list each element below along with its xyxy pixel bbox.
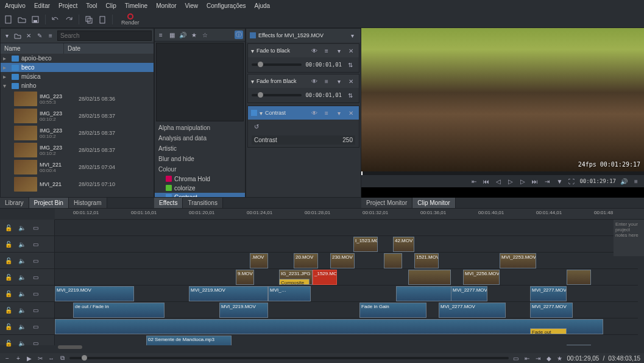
sb-out-icon[interactable]: ⇥	[534, 354, 542, 362]
fx-category[interactable]: Analysis and data	[155, 133, 245, 143]
timeline-clip[interactable]: MVI_2277.MOV	[530, 303, 573, 318]
menu-icon[interactable]: ≡	[322, 108, 331, 118]
stepper-icon[interactable]: ⇅	[345, 90, 355, 100]
effects-list[interactable]: Alpha manipulation Analysis and data Art…	[155, 123, 245, 198]
goto-start-icon[interactable]: ⇤	[470, 177, 478, 185]
frame-fwd-icon[interactable]: ▷	[518, 177, 527, 185]
menu-ajuda[interactable]: Ajuda	[255, 2, 271, 9]
timeline-ruler[interactable]: 00:01:12,0100:01:16,0100:01:20,0100:01:2…	[55, 209, 644, 220]
track-header[interactable]: 🔓🔈▭	[0, 335, 54, 350]
open-icon[interactable]	[17, 15, 27, 24]
add-clip-icon[interactable]: ▾	[2, 32, 11, 40]
timeline-clip[interactable]	[408, 270, 451, 285]
folder-item[interactable]: ▸apoio-beco	[1, 54, 154, 63]
menu-icon[interactable]: ≡	[322, 46, 331, 56]
lock-icon[interactable]: 🔓	[4, 338, 13, 348]
tracks-area[interactable]: I_1523.MOV42.MOV.MOV20.MOV230.MOV1521.MO…	[55, 220, 638, 345]
track[interactable]: .MOV20.MOV230.MOV1521.MOVMVI_2253.MOV	[55, 253, 638, 269]
tab-effects[interactable]: Effects	[154, 198, 183, 208]
fx-stack-menu-icon[interactable]: ▾	[347, 31, 357, 40]
mute-icon[interactable]: 🔈	[17, 239, 27, 249]
sb-track-minus-icon[interactable]: −	[4, 354, 11, 362]
tab-transitions[interactable]: Transitions	[183, 198, 223, 208]
menu-clip[interactable]: Clip	[106, 2, 116, 9]
sb-track-plus-icon[interactable]: +	[15, 354, 22, 362]
sb-play-icon[interactable]: ▶	[26, 354, 33, 362]
marker-icon[interactable]: ▼	[555, 177, 564, 185]
tab-project-monitor[interactable]: Project Monitor	[361, 198, 412, 208]
timeline-clip[interactable]: MVI_2256.MOV	[463, 270, 500, 285]
chevron-down-icon[interactable]: ▾	[334, 46, 344, 56]
close-icon[interactable]: ✕	[346, 108, 356, 118]
track[interactable]: 02 Semente de Mandioca.mp3Gain	[55, 335, 638, 345]
tab-histogram[interactable]: Histogram	[69, 198, 107, 208]
timeline-clip[interactable]: Fade in Gain	[359, 303, 426, 318]
timeline-clip[interactable]: MVI_2277.MOV	[530, 286, 567, 301]
sb-marker-icon[interactable]: ◆	[545, 354, 553, 362]
timeline-clip[interactable]: de out / Fade in	[73, 303, 165, 318]
play-icon[interactable]: ▷	[506, 177, 515, 185]
effect-slider[interactable]	[252, 63, 302, 66]
track[interactable]: 9.MOVIG_2231.JPG_1529.MOVMVI_2256.MOVCom…	[55, 269, 638, 286]
eye-icon[interactable]: 👁	[310, 46, 319, 56]
timeline-clip[interactable]	[55, 319, 603, 334]
bin-tree[interactable]: ▸apoio-beco ▸beco ▸música ▾ninho IMG_223…	[1, 54, 154, 197]
chevron-down-icon[interactable]: ▾	[334, 76, 344, 86]
chevron-down-icon[interactable]: ▾	[334, 108, 344, 118]
eye-icon[interactable]: 👁	[310, 108, 319, 118]
lock-icon[interactable]: 🔓	[4, 305, 13, 315]
fx-custom-icon[interactable]: ☆	[200, 31, 209, 39]
lock-icon[interactable]: 🔓	[4, 289, 13, 298]
timeline-clip[interactable]: MVI_2219.MOV	[189, 286, 268, 301]
track-header[interactable]: 🔓🔈▭	[0, 236, 54, 253]
timeline-clip[interactable]: 42.MOV	[393, 237, 414, 252]
timeline-clip[interactable]: I_1523.MOV	[353, 237, 378, 252]
lock-icon[interactable]: 🔓	[4, 256, 13, 265]
tab-project-bin[interactable]: Project Bin	[29, 198, 69, 208]
menu-arquivo[interactable]: Arquivo	[5, 2, 26, 9]
effect-tc[interactable]: 00:00:01,01	[305, 62, 342, 68]
sb-fit-icon[interactable]: ▭	[512, 354, 520, 362]
timeline-clip[interactable]: Gain	[567, 345, 591, 345]
forward-icon[interactable]: ⏭	[531, 177, 539, 185]
effect-header[interactable]: ▾Fade from Black👁≡▾✕	[248, 74, 359, 88]
timeline-scrollbar[interactable]	[58, 345, 82, 349]
mute-icon[interactable]: 🔈	[17, 223, 27, 232]
volume-icon[interactable]: 🔊	[620, 177, 628, 185]
effect-item[interactable]: colorize	[155, 184, 245, 193]
timeline-clip[interactable]: MVI_2219.MOV	[219, 303, 268, 318]
col-date[interactable]: Date	[64, 43, 154, 54]
timeline-clip[interactable]: MVI_2277.MOV	[451, 286, 487, 301]
transition-clip[interactable]: Composite	[279, 279, 310, 285]
hide-icon[interactable]: ▭	[30, 305, 40, 315]
track[interactable]	[55, 220, 638, 236]
track-header[interactable]: 🔓🔈▭	[0, 318, 54, 335]
menu-monitor[interactable]: Monitor	[156, 2, 176, 9]
delete-clip-icon[interactable]: ✕	[24, 32, 33, 40]
timeline-clip[interactable]: _1529.MOV	[313, 270, 337, 285]
mute-icon[interactable]: 🔈	[17, 305, 27, 315]
mute-icon[interactable]: 🔈	[17, 338, 27, 348]
goto-end-icon[interactable]: ⇥	[543, 177, 551, 185]
timeline-clip[interactable]	[567, 270, 591, 285]
bin-clip[interactable]: IMG_22300:55:328/02/15 08:36	[1, 90, 154, 107]
timeline-clip[interactable]: MVI_2219.MOV	[55, 286, 134, 301]
zoom-slider[interactable]	[69, 357, 509, 359]
timeline-clip[interactable]: MVI_2253.MOV	[500, 253, 536, 268]
hide-icon[interactable]: ▭	[30, 239, 40, 249]
lock-icon[interactable]: 🔓	[4, 223, 13, 232]
zoom-icon[interactable]: ⛶	[567, 177, 576, 185]
bin-clip[interactable]: IMG_22300:10:228/02/15 08:37	[1, 142, 154, 159]
track-header[interactable]: 🔓🔈▭	[0, 286, 54, 302]
menu-project[interactable]: Project	[58, 2, 77, 9]
timeline-clip[interactable]: .MOV	[250, 253, 268, 268]
monitor-menu-icon[interactable]: ≡	[632, 177, 640, 185]
mute-icon[interactable]: 🔈	[17, 256, 27, 265]
track-header[interactable]: 🔓🔈▭	[0, 253, 54, 269]
hide-icon[interactable]: ▭	[30, 338, 40, 348]
close-icon[interactable]: ✕	[346, 46, 356, 56]
effect-tc[interactable]: 00:00:01,01	[305, 92, 342, 98]
hide-icon[interactable]: ▭	[30, 289, 40, 298]
copy-icon[interactable]	[84, 15, 94, 24]
folder-item[interactable]: ▸música	[1, 72, 154, 81]
